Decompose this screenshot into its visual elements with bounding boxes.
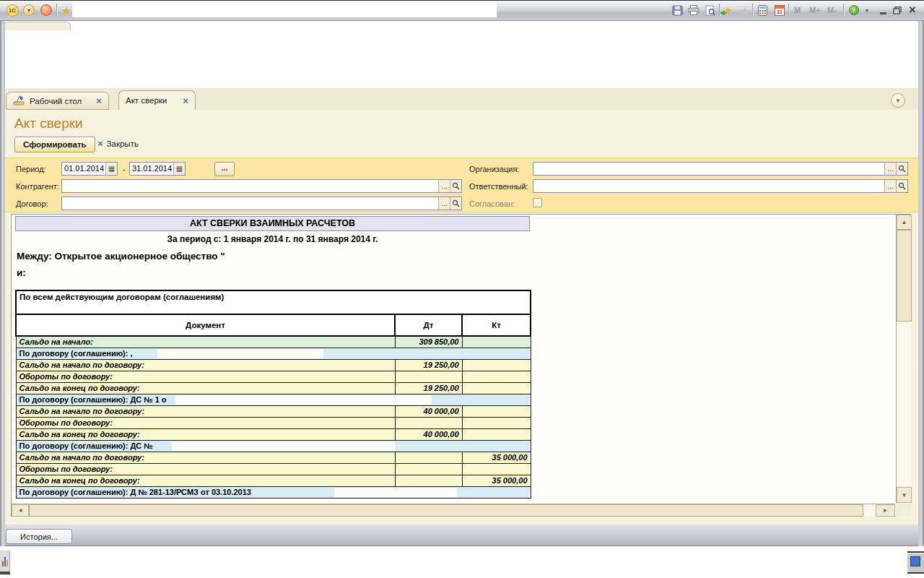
period-from-field[interactable]: 01.01.2014 ▦ xyxy=(61,162,118,176)
search-icon[interactable] xyxy=(896,163,907,175)
application-window: 1С ▼ ★ ★ ★ xyxy=(0,0,924,578)
tab-list-button[interactable]: ▼ xyxy=(891,93,905,108)
responsible-field[interactable]: ... xyxy=(533,179,908,193)
report-table: По всем действующим договорам (соглашени… xyxy=(15,290,531,499)
tab-reconciliation-act[interactable]: Акт сверки × xyxy=(118,90,196,111)
chart-mini-icon xyxy=(2,557,9,566)
approved-label: Согласован: xyxy=(469,199,515,208)
stop-button[interactable] xyxy=(40,4,53,17)
select-ellipsis-button[interactable]: ... xyxy=(438,180,450,192)
table-row: По договору (соглашению): , xyxy=(16,348,531,359)
counterparty-label: Контрагент: xyxy=(16,182,59,191)
scrollbar-corner xyxy=(896,504,911,517)
window-border-right xyxy=(918,21,924,546)
generate-button[interactable]: Сформировать xyxy=(14,137,95,152)
select-ellipsis-button[interactable]: ... xyxy=(438,197,450,210)
report-viewport[interactable]: АКТ СВЕРКИ ВЗАИМНЫХ РАСЧЕТОВ За период с… xyxy=(11,214,911,517)
panel-tab-stub xyxy=(4,22,71,30)
table-row: По договору (соглашению): ДС № 1 о xyxy=(16,394,531,405)
column-header: Дт xyxy=(395,314,462,336)
table-row: Сальдо на начало по договору:35 000,00 xyxy=(16,452,531,463)
info-icon[interactable]: i xyxy=(847,4,860,17)
horizontal-scroll-thumb[interactable] xyxy=(29,504,863,517)
scroll-right-button[interactable]: ► xyxy=(876,504,895,517)
minimize-button[interactable] xyxy=(876,4,889,17)
period-label: Период: xyxy=(16,165,46,173)
search-icon[interactable] xyxy=(450,180,461,192)
page-title: Акт сверки xyxy=(14,116,83,131)
print-icon[interactable] xyxy=(687,4,700,17)
info-dropdown-icon[interactable]: ▼ xyxy=(860,4,873,17)
top-panel xyxy=(0,22,924,88)
chevron-down-icon: ▼ xyxy=(895,98,901,104)
toolbar-separator xyxy=(788,4,789,17)
search-icon[interactable] xyxy=(896,180,907,192)
title-bar: 1С ▼ ★ ★ ★ xyxy=(0,0,924,21)
favorites-star-icon[interactable]: ★ xyxy=(60,4,73,17)
period-separator: - xyxy=(123,165,126,173)
table-row: Обороты по договору: xyxy=(16,463,531,475)
contract-label: Договор: xyxy=(16,199,48,208)
calculator-icon[interactable] xyxy=(756,4,769,17)
date-picker-icon[interactable]: ▦ xyxy=(173,163,185,175)
desk-lamp-icon xyxy=(13,95,25,107)
toolbar-separator xyxy=(719,4,720,17)
approved-checkbox[interactable] xyxy=(533,198,542,207)
close-button[interactable]: × xyxy=(906,4,919,17)
select-ellipsis-button[interactable]: ... xyxy=(884,163,896,175)
table-row: По договору (соглашению): ДС № xyxy=(16,440,531,452)
close-x-icon: × xyxy=(97,138,103,149)
period-options-button[interactable]: ... xyxy=(214,162,235,176)
date-picker-icon[interactable]: ▦ xyxy=(105,163,117,175)
status-bar: История... xyxy=(0,525,924,546)
organization-label: Организация: xyxy=(469,165,519,173)
responsible-label: Ответственный: xyxy=(469,182,528,191)
table-row: Обороты по договору: xyxy=(16,417,531,428)
horizontal-scrollbar[interactable]: ◄ ► xyxy=(12,504,895,517)
app-logo-icon[interactable]: 1С xyxy=(6,4,19,17)
calendar-icon[interactable]: 31 xyxy=(773,4,786,17)
table-row: Сальдо на начало по договору:19 250,00 xyxy=(16,359,531,371)
report-rows: Сальдо на начало:309 850,00По договору (… xyxy=(16,336,531,498)
tab-label: Рабочий стол xyxy=(30,97,82,105)
column-header-row: Документ Дт Кт xyxy=(16,314,531,336)
toolbar-separator xyxy=(56,4,57,17)
report-title-cell: АКТ СВЕРКИ ВЗАИМНЫХ РАСЧЕТОВ xyxy=(15,216,530,231)
tab-close-icon[interactable]: × xyxy=(183,96,188,105)
tab-desktop[interactable]: Рабочий стол × xyxy=(6,92,109,110)
restore-button[interactable] xyxy=(891,4,904,17)
memory-m-plus-button[interactable]: M+ xyxy=(809,6,821,14)
scroll-up-button[interactable]: ▲ xyxy=(897,215,912,230)
scroll-left-button[interactable]: ◄ xyxy=(12,504,29,517)
period-to-field[interactable]: 31.01.2014 ▦ xyxy=(129,162,186,176)
select-ellipsis-button[interactable]: ... xyxy=(884,180,896,192)
add-to-favorites-icon[interactable]: ★ xyxy=(722,4,735,17)
contract-field[interactable]: ... xyxy=(61,197,462,210)
memory-m-button[interactable]: M xyxy=(794,6,801,14)
filter-panel: Период: 01.01.2014 ▦ - 31.01.2014 ▦ ... … xyxy=(5,158,918,212)
search-icon[interactable] xyxy=(450,197,461,210)
memory-m-minus-button[interactable]: M- xyxy=(827,6,837,14)
service-dropdown-button[interactable]: ▼ xyxy=(22,4,35,17)
tab-label: Акт сверки xyxy=(126,96,167,105)
section-header-row: По всем действующим договорам (соглашени… xyxy=(16,290,531,314)
vertical-scroll-thumb[interactable] xyxy=(897,230,912,322)
scroll-down-button[interactable]: ▼ xyxy=(897,487,912,503)
report-between-line: Между: Открытое акционерное общество " xyxy=(17,251,225,262)
taskbar-fragment-left xyxy=(0,551,10,575)
organization-field[interactable]: ... xyxy=(533,162,908,176)
save-icon[interactable] xyxy=(671,4,684,17)
close-report-button[interactable]: × Закрыть xyxy=(97,138,139,149)
report-and-line: и: xyxy=(17,267,26,278)
table-row: Сальдо на конец по договору:40 000,00 xyxy=(16,428,531,440)
toolbar-separator xyxy=(752,4,753,17)
history-button[interactable]: История... xyxy=(6,529,72,544)
table-row: Сальдо на начало:309 850,00 xyxy=(16,336,531,348)
report-period-line: За период с: 1 января 2014 г. по 31 янва… xyxy=(15,234,530,244)
content-area: Акт сверки Сформировать × Закрыть Период… xyxy=(5,110,918,525)
tab-close-icon[interactable]: × xyxy=(96,96,102,105)
vertical-scrollbar[interactable]: ▲ ▼ xyxy=(896,215,911,504)
print-preview-icon[interactable] xyxy=(704,4,717,17)
favorites-icon[interactable]: ★ xyxy=(738,4,751,17)
counterparty-field[interactable]: ... xyxy=(61,179,462,193)
